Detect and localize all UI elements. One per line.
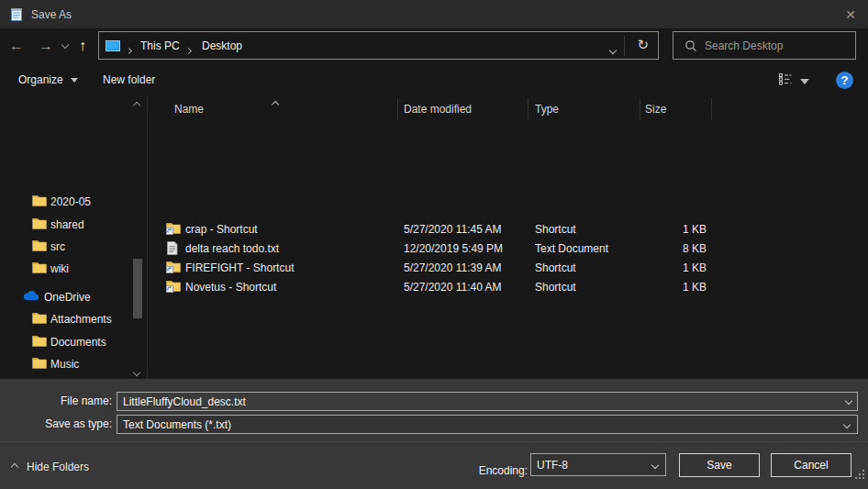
search-input[interactable] xyxy=(705,32,851,59)
sidebar-item-src[interactable]: src xyxy=(0,236,130,258)
sidebar-item-label: OneDrive xyxy=(44,291,91,304)
folder-icon xyxy=(32,335,47,350)
file-row[interactable]: Novetus - Shortcut 5/27/2020 11:40 AM Sh… xyxy=(147,278,868,297)
breadcrumb-separator-icon xyxy=(127,43,131,56)
refresh-icon[interactable]: ↻ xyxy=(637,37,649,53)
column-header-size[interactable]: Size xyxy=(645,103,666,116)
scroll-up-icon[interactable] xyxy=(134,98,139,111)
folder-icon xyxy=(32,312,47,327)
file-name-input[interactable] xyxy=(117,392,858,411)
sidebar-item-onedrive[interactable]: OneDrive xyxy=(0,286,130,308)
column-header-type[interactable]: Type xyxy=(535,103,559,116)
file-row[interactable]: FIREFIGHT - Shortcut 5/27/2020 11:39 AM … xyxy=(147,259,868,278)
column-header-name[interactable]: Name xyxy=(174,103,204,116)
column-resize-handle[interactable] xyxy=(397,98,398,120)
help-button[interactable]: ? xyxy=(836,72,853,89)
navigation-pane: 2020-05 shared src wiki OneDrive Attachm… xyxy=(0,96,147,379)
column-resize-handle[interactable] xyxy=(528,98,529,120)
column-resize-handle[interactable] xyxy=(711,98,712,120)
address-dropdown-chevron-icon[interactable] xyxy=(610,43,616,56)
organize-dropdown-icon xyxy=(71,78,78,83)
chevron-up-icon xyxy=(11,463,18,471)
hide-folders-button[interactable]: Hide Folders xyxy=(12,461,89,473)
encoding-value: UTF-8 xyxy=(537,459,568,472)
sidebar-item-documents[interactable]: Documents xyxy=(0,331,130,353)
sidebar-item-2020-05[interactable]: 2020-05 xyxy=(0,191,130,213)
sidebar-item-label: shared xyxy=(50,218,84,231)
window-title: Save As xyxy=(31,8,72,21)
address-bar[interactable]: This PC Desktop ↻ xyxy=(98,31,659,60)
file-size: 1 KB xyxy=(624,223,707,236)
file-date: 5/27/2020 11:40 AM xyxy=(404,281,502,294)
sidebar-item-wiki[interactable]: wiki xyxy=(0,258,130,280)
file-date: 5/27/2020 11:45 AM xyxy=(404,223,502,236)
save-button[interactable]: Save xyxy=(679,453,760,477)
organize-button[interactable]: Organize xyxy=(18,73,78,86)
search-icon xyxy=(684,39,697,55)
footer-divider xyxy=(0,441,868,442)
file-type: Shortcut xyxy=(535,261,576,274)
file-name: FIREFIGHT - Shortcut xyxy=(185,261,294,274)
breadcrumb-this-pc[interactable]: This PC xyxy=(140,39,180,52)
cancel-button[interactable]: Cancel xyxy=(771,453,851,477)
sidebar-item-label: Documents xyxy=(50,336,106,349)
file-name: Novetus - Shortcut xyxy=(185,281,276,294)
column-headers: Name Date modified Type Size xyxy=(147,96,868,120)
sidebar-item-shared[interactable]: shared xyxy=(0,214,130,236)
file-size: 8 KB xyxy=(624,242,707,255)
save-as-type-select[interactable]: Text Documents (*.txt) xyxy=(117,415,858,434)
address-separator xyxy=(624,36,625,56)
sidebar-item-label: Attachments xyxy=(50,313,112,326)
titlebar: Save As ✕ xyxy=(0,0,868,28)
save-as-type-value: Text Documents (*.txt) xyxy=(123,418,231,431)
this-pc-icon xyxy=(106,40,120,55)
encoding-label: Encoding: xyxy=(427,464,528,477)
sidebar-scrollbar[interactable] xyxy=(131,96,144,379)
folder-icon xyxy=(32,357,47,372)
save-as-type-label: Save as type: xyxy=(11,417,112,430)
onedrive-cloud-icon xyxy=(23,290,39,304)
folder-icon xyxy=(32,217,47,232)
sort-ascending-icon xyxy=(273,97,278,110)
chevron-down-icon xyxy=(843,421,851,428)
file-type: Shortcut xyxy=(535,281,576,294)
view-dropdown-icon[interactable] xyxy=(800,79,809,84)
change-view-button[interactable] xyxy=(778,72,793,88)
encoding-select[interactable]: UTF-8 xyxy=(530,453,666,476)
file-row[interactable]: delta reach todo.txt 12/20/2019 5:49 PM … xyxy=(147,239,868,259)
scroll-down-icon[interactable] xyxy=(134,365,139,378)
command-toolbar: Organize New folder ? xyxy=(0,64,868,96)
navigation-bar: ← → ↑ This PC Desktop ↻ xyxy=(0,28,868,64)
file-size: 1 KB xyxy=(624,261,707,274)
sidebar-item-label: src xyxy=(50,240,65,253)
file-name: crap - Shortcut xyxy=(185,223,258,236)
new-folder-button[interactable]: New folder xyxy=(103,73,155,86)
folder-icon xyxy=(32,261,47,276)
sidebar-item-label: wiki xyxy=(50,262,69,275)
scrollbar-thumb[interactable] xyxy=(133,259,142,318)
chevron-down-icon xyxy=(651,461,659,469)
save-as-dialog: Save As ✕ ← → ↑ This PC Desktop ↻ xyxy=(0,0,868,489)
sidebar-item-music[interactable]: Music xyxy=(0,353,130,375)
recent-locations-chevron-icon[interactable] xyxy=(61,41,69,49)
file-row[interactable]: crap - Shortcut 5/27/2020 11:45 AM Short… xyxy=(147,220,868,239)
file-list: Name Date modified Type Size crap - Shor… xyxy=(147,96,868,379)
notepad-icon xyxy=(9,6,24,25)
main-area: 2020-05 shared src wiki OneDrive Attachm… xyxy=(0,96,868,379)
sidebar-item-label: 2020-05 xyxy=(50,195,91,208)
file-date: 5/27/2020 11:39 AM xyxy=(404,261,502,274)
close-icon[interactable]: ✕ xyxy=(840,6,861,24)
up-button[interactable]: ↑ xyxy=(79,37,86,55)
file-type: Text Document xyxy=(535,242,608,255)
folder-shortcut-icon xyxy=(166,261,181,276)
back-button[interactable]: ← xyxy=(9,37,24,55)
file-name: delta reach todo.txt xyxy=(185,242,279,255)
text-file-icon xyxy=(166,241,178,258)
column-resize-handle[interactable] xyxy=(640,98,640,120)
search-box[interactable] xyxy=(673,31,856,60)
sidebar-item-attachments[interactable]: Attachments xyxy=(0,308,130,330)
breadcrumb-desktop[interactable]: Desktop xyxy=(202,39,242,52)
column-header-date-modified[interactable]: Date modified xyxy=(404,103,472,116)
forward-button[interactable]: → xyxy=(39,37,53,55)
resize-grip[interactable] xyxy=(855,477,857,479)
